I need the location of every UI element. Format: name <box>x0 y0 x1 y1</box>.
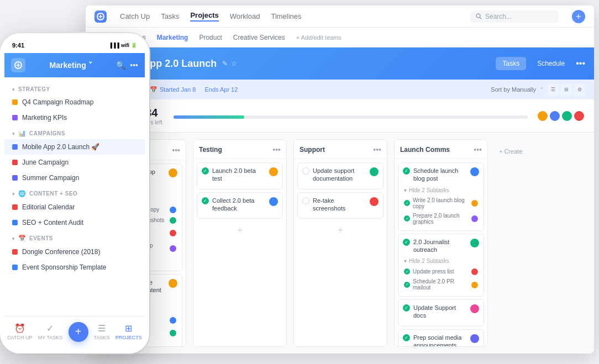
events-arrow[interactable]: ▾ <box>12 236 15 241</box>
nav-workload[interactable]: Workload <box>230 12 260 20</box>
column-header-launch: Launch Comms ••• <box>395 140 487 159</box>
avatar-supdoc <box>370 167 379 176</box>
bottom-catch-up[interactable]: ⏰ CATCH UP <box>7 323 32 340</box>
sub-journ-2[interactable]: ✓ <box>404 282 410 288</box>
nav-q4-roadmap[interactable]: Q4 Campaign Roadmap <box>4 94 145 110</box>
create-column-button[interactable]: + Create <box>495 145 527 158</box>
seo-dot <box>12 220 18 225</box>
section-campaigns: ▾ 📊 CAMPAIGNS <box>4 125 145 139</box>
catch-up-icon: ⏰ <box>14 323 25 334</box>
task-journalist[interactable]: ✓ 2.0 Journalist outreach ▾Hide 2 Subtas… <box>398 234 484 297</box>
dongle-label: Dongle Conference (2018) <box>22 248 100 256</box>
phone-search-icon[interactable]: 🔍 <box>116 61 125 70</box>
add-task-support[interactable]: + <box>297 221 383 240</box>
task-retake-screenshots[interactable]: Re-take screenshots <box>297 192 383 219</box>
task-social-media[interactable]: ✓ Prep social media announcements <box>398 329 484 346</box>
grid-view-icon[interactable]: ⊞ <box>561 84 572 95</box>
sub-av-1 <box>170 207 176 213</box>
schedule-button[interactable]: Schedule <box>530 57 571 70</box>
nav-catch-up[interactable]: Catch Up <box>120 12 150 20</box>
task-check-social[interactable]: ✓ <box>403 334 410 341</box>
nav-marketing-kpis[interactable]: Marketing KPIs <box>4 110 145 125</box>
bottom-tasks[interactable]: ☰ TASKS <box>94 323 110 340</box>
seo-label: SEO + Content Audit <box>22 219 83 226</box>
events-icon: 📅 <box>18 235 26 242</box>
phone-status-bar: 9:41 ▐▐▐ wifi 🔋 <box>4 38 145 53</box>
sub-nav-creative[interactable]: Creative Services <box>233 34 285 41</box>
bottom-my-tasks[interactable]: ✓ MY TASKS <box>38 323 63 340</box>
section-events: ▾ 📅 EVENTS <box>4 230 145 244</box>
task-collect-feedback[interactable]: ✓ Collect 2.0 beta feedback <box>197 192 283 219</box>
task-blog-post[interactable]: ✓ Schedule launch blog post ▾Hide 2 Subt… <box>398 162 484 231</box>
phone-more-icon[interactable]: ••• <box>130 61 138 70</box>
content-arrow[interactable]: ▾ <box>12 191 15 197</box>
subtask-toggle-journalist[interactable]: ▾Hide 2 Subtasks <box>403 256 479 266</box>
nav-seo-audit[interactable]: SEO + Content Audit <box>4 215 145 230</box>
nav-dongle[interactable]: Dongle Conference (2018) <box>4 244 145 260</box>
task-support-docs[interactable]: Update support documentation <box>297 162 383 189</box>
add-teams[interactable]: + Add/edit teams <box>296 34 341 41</box>
column-more-support[interactable]: ••• <box>373 145 381 154</box>
task-beta-test[interactable]: ✓ Launch 2.0 beta test <box>197 162 283 189</box>
nav-tasks[interactable]: Tasks <box>161 12 179 20</box>
battery-icon: 🔋 <box>131 43 137 48</box>
sub-journ-1[interactable]: ✓ <box>404 268 410 275</box>
sub-blog-2[interactable]: ✓ <box>404 215 410 221</box>
column-more-launch[interactable]: ••• <box>474 145 482 154</box>
mobile-label: Mobile App 2.0 Launch 🚀 <box>22 143 99 151</box>
task-check-blog[interactable]: ✓ <box>403 167 410 175</box>
sub-blog-av-2 <box>471 215 478 222</box>
sort-label[interactable]: Sort by Manually <box>491 86 536 93</box>
add-button[interactable]: + <box>572 10 585 23</box>
subtask-blog-1: ✓ Write 2.0 launch blog copy <box>403 196 479 211</box>
filter-icon[interactable]: ⚙ <box>574 84 585 95</box>
nav-mobile-app[interactable]: Mobile App 2.0 Launch 🚀 <box>4 139 145 155</box>
more-button[interactable]: ••• <box>576 59 585 68</box>
column-more-content[interactable]: ••• <box>172 146 180 155</box>
nav-projects[interactable]: Projects <box>190 11 218 22</box>
pencil-icon[interactable]: ✎ <box>222 60 228 67</box>
subtask-toggle-blog[interactable]: ▾Hide 2 Subtasks <box>403 185 479 196</box>
task-check-journalist[interactable]: ✓ <box>403 239 410 246</box>
task-text-beta: Launch 2.0 beta test <box>212 167 266 183</box>
kpi-dot <box>12 115 18 120</box>
campaigns-arrow[interactable]: ▾ <box>12 131 15 136</box>
column-launch-comms: Launch Comms ••• ✓ Schedule launch blog … <box>394 139 488 347</box>
nav-timelines[interactable]: Timelines <box>271 12 301 20</box>
phone-workspace[interactable]: Marketing ˅ <box>50 61 92 70</box>
summer-label: Summer Campaign <box>22 174 79 182</box>
task-update-support[interactable]: ✓ Update Support docs <box>398 299 484 326</box>
phone-overlay: 9:41 ▐▐▐ wifi 🔋 Marketing ˅ 🔍 ••• <box>0 33 155 359</box>
nav-june-campaign[interactable]: June Campaign <box>4 155 145 170</box>
sub-nav-marketing[interactable]: Marketing <box>157 34 188 41</box>
task-check-retake[interactable] <box>302 197 309 204</box>
search-bar[interactable]: Search... <box>470 10 559 23</box>
bottom-add-button[interactable]: + <box>69 322 88 342</box>
nav-event-sponsorship[interactable]: Event Sponsorship Template <box>4 260 145 275</box>
add-task-testing[interactable]: + <box>197 221 283 240</box>
star-icon[interactable]: ☆ <box>231 60 237 67</box>
campaigns-label: CAMPAIGNS <box>29 130 65 136</box>
list-view-icon[interactable]: ☰ <box>548 84 559 95</box>
strategy-arrow[interactable]: ▾ <box>12 87 15 92</box>
avatar-updsup <box>470 304 479 313</box>
task-check-updsup[interactable]: ✓ <box>403 304 410 312</box>
task-check-feedback[interactable]: ✓ <box>202 197 209 204</box>
bottom-projects[interactable]: ⊞ PROJECTS <box>115 323 142 340</box>
task-check-beta[interactable]: ✓ <box>202 167 209 175</box>
progress-bar <box>174 115 528 119</box>
sort-arrow: ˅ <box>540 87 543 93</box>
tasks-button[interactable]: Tasks <box>496 57 526 70</box>
end-date: Ends Apr 12 <box>204 86 238 93</box>
task-check-supdoc[interactable] <box>302 167 309 175</box>
nav-editorial[interactable]: Editorial Calendar <box>4 199 145 215</box>
avatar-feedback <box>269 197 278 206</box>
sub-nav-product[interactable]: Product <box>199 34 222 41</box>
sub-blog-1[interactable]: ✓ <box>404 200 410 206</box>
sub-blog-av-1 <box>471 200 478 207</box>
sponsorship-dot <box>12 265 18 270</box>
column-more-testing[interactable]: ••• <box>272 145 281 154</box>
june-label: June Campaign <box>22 159 69 166</box>
task-text-retake: Re-take screenshots <box>313 197 366 213</box>
nav-summer-campaign[interactable]: Summer Campaign <box>4 170 145 186</box>
